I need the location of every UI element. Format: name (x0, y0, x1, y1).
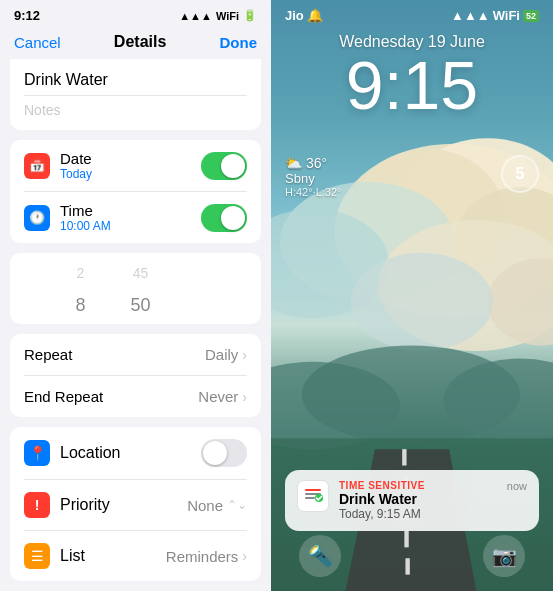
list-icon: ☰ (24, 543, 50, 569)
picker-hour-near2: 9 (75, 321, 85, 324)
wifi-icon: WiFi (216, 10, 239, 22)
lock-battery-badge: 52 (523, 10, 539, 22)
location-row[interactable]: 📍 Location (10, 427, 261, 479)
notif-content: TIME SENSITIVE Drink Water Today, 9:15 A… (339, 480, 497, 521)
notif-title: Drink Water (339, 491, 497, 507)
lock-time: 9:15 (271, 51, 553, 119)
end-repeat-label: End Repeat (24, 388, 103, 405)
cancel-button[interactable]: Cancel (14, 34, 61, 51)
time-row: 🕐 Time 10:00 AM (10, 192, 261, 243)
location-icon: 📍 (24, 440, 50, 466)
weather-info: ⛅ 36° Sbny H:42°·L:32° (285, 155, 342, 198)
picker-hours: 2 8 9 10 11 12 1 (51, 257, 111, 324)
priority-row[interactable]: ! Priority None ⌃⌄ (10, 480, 261, 530)
list-row[interactable]: ☰ List Reminders › (10, 531, 261, 581)
list-value: Reminders (166, 548, 239, 565)
lock-wifi-icon: WiFi (493, 8, 520, 23)
lock-signal-icon: ▲▲▲ (451, 8, 490, 23)
picker-hour-near1: 8 (75, 289, 85, 321)
left-panel: 9:12 ▲▲▲ WiFi 🔋 Cancel Details Done Note… (0, 0, 271, 591)
repeat-label: Repeat (24, 346, 72, 363)
notif-time: now (507, 480, 527, 492)
picker-min-near2: 55 (130, 321, 150, 324)
repeat-chevron-icon: › (242, 347, 247, 363)
lock-carrier: Jio 🔔 (285, 8, 323, 23)
signal-icon: ▲▲▲ (179, 10, 212, 22)
flashlight-icon: 🔦 (308, 544, 333, 568)
battery-icon: 🔋 (243, 9, 257, 22)
notif-app-icon (297, 480, 329, 512)
end-repeat-chevron-icon: › (242, 389, 247, 405)
end-repeat-value: Never (198, 388, 238, 405)
timer-value: 5 (516, 165, 525, 183)
date-label: Date (60, 150, 92, 167)
notif-app-label: TIME SENSITIVE (339, 480, 497, 491)
status-time-left: 9:12 (14, 8, 40, 23)
lock-status-bar: Jio 🔔 ▲▲▲ WiFi 52 (271, 0, 553, 27)
priority-value: None (187, 497, 223, 514)
task-title-input[interactable] (10, 59, 261, 95)
list-label: List (60, 547, 85, 565)
time-value: 10:00 AM (60, 219, 111, 233)
repeat-row[interactable]: Repeat Daily › (10, 334, 261, 375)
picker-ampm: AM PM (171, 257, 221, 324)
picker-min-far: 45 (133, 257, 149, 289)
svg-point-8 (351, 253, 493, 351)
repeat-value: Daily (205, 346, 238, 363)
right-panel: Jio 🔔 ▲▲▲ WiFi 52 Wednesday 19 June 9:15… (271, 0, 553, 591)
location-toggle[interactable] (201, 439, 247, 467)
nav-title: Details (114, 33, 166, 51)
date-toggle[interactable] (201, 152, 247, 180)
notif-subtitle: Today, 9:15 AM (339, 507, 497, 521)
timer-circle: 5 (501, 155, 539, 193)
flashlight-button[interactable]: 🔦 (299, 535, 341, 577)
weather-range: H:42°·L:32° (285, 186, 342, 198)
date-time-card: 📅 Date Today 🕐 Time 10:00 AM (10, 140, 261, 243)
priority-label: Priority (60, 496, 110, 514)
end-repeat-row[interactable]: End Repeat Never › (10, 376, 261, 417)
time-toggle[interactable] (201, 204, 247, 232)
svg-rect-22 (305, 497, 315, 499)
bottom-card: 📍 Location ! Priority None ⌃⌄ ☰ List Rem… (10, 427, 261, 581)
weather-temp: 36° (306, 155, 327, 171)
task-card: Notes (10, 59, 261, 130)
priority-icon: ! (24, 492, 50, 518)
picker-hour-far: 2 (77, 257, 85, 289)
weather-icon: ⛅ (285, 155, 302, 171)
camera-icon: 📷 (492, 544, 517, 568)
time-picker[interactable]: 2 8 9 10 11 12 1 45 50 55 00 05 10 15 (10, 253, 261, 324)
camera-button[interactable]: 📷 (483, 535, 525, 577)
notification-card[interactable]: TIME SENSITIVE Drink Water Today, 9:15 A… (285, 470, 539, 531)
picker-min-near1: 50 (130, 289, 150, 321)
bottom-dock: 🔦 📷 (271, 535, 553, 577)
date-icon: 📅 (24, 153, 50, 179)
picker-minutes: 45 50 55 00 05 10 15 (111, 257, 171, 324)
date-value: Today (60, 167, 92, 181)
list-chevron-icon: › (242, 548, 247, 564)
weather-place: Sbny (285, 171, 342, 186)
repeat-card: Repeat Daily › End Repeat Never › (10, 334, 261, 417)
notes-placeholder[interactable]: Notes (10, 96, 261, 130)
location-label: Location (60, 444, 121, 462)
time-label: Time (60, 202, 111, 219)
svg-rect-14 (402, 449, 406, 465)
status-icons-left: ▲▲▲ WiFi 🔋 (179, 9, 257, 22)
lock-status-icons: ▲▲▲ WiFi 52 (451, 8, 539, 23)
svg-rect-20 (305, 489, 321, 491)
nav-bar: Cancel Details Done (0, 27, 271, 59)
priority-updown-icon: ⌃⌄ (227, 498, 247, 512)
picker-row: 2 8 9 10 11 12 1 45 50 55 00 05 10 15 (10, 257, 261, 324)
date-row: 📅 Date Today (10, 140, 261, 191)
done-button[interactable]: Done (219, 34, 257, 51)
status-bar-left: 9:12 ▲▲▲ WiFi 🔋 (0, 0, 271, 27)
time-icon: 🕐 (24, 205, 50, 231)
